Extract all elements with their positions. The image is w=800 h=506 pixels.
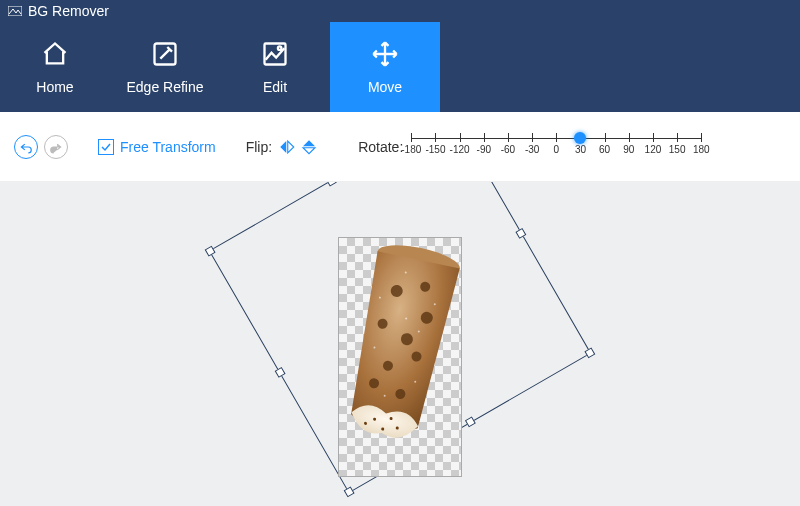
undo-button[interactable] bbox=[14, 135, 38, 159]
canvas[interactable] bbox=[0, 182, 800, 506]
rotate-slider-thumb[interactable] bbox=[574, 132, 586, 144]
resize-handle-nw[interactable] bbox=[205, 246, 216, 257]
checkbox-icon bbox=[98, 139, 114, 155]
tab-home[interactable]: Home bbox=[0, 22, 110, 112]
title-bar: BG Remover bbox=[0, 0, 800, 22]
rotate-tick-label: -150 bbox=[425, 144, 445, 155]
rotate-tick-label: 120 bbox=[645, 144, 662, 155]
nav-bar: Home Edge Refine Edit Move bbox=[0, 22, 800, 112]
tab-move[interactable]: Move bbox=[330, 22, 440, 112]
resize-handle-w[interactable] bbox=[275, 367, 286, 378]
rotate-tick-label: -30 bbox=[525, 144, 539, 155]
rotate-label: Rotate: bbox=[358, 139, 403, 155]
home-icon bbox=[40, 39, 70, 69]
resize-handle-n[interactable] bbox=[326, 182, 337, 187]
rotate-tick-label: -120 bbox=[450, 144, 470, 155]
tab-edge-refine[interactable]: Edge Refine bbox=[110, 22, 220, 112]
flip-vertical-button[interactable] bbox=[300, 138, 318, 156]
app-logo-icon bbox=[8, 6, 22, 16]
tab-label: Home bbox=[36, 79, 73, 95]
rotate-tick-label: -60 bbox=[501, 144, 515, 155]
resize-handle-se[interactable] bbox=[584, 347, 595, 358]
tab-edit[interactable]: Edit bbox=[220, 22, 330, 112]
free-transform-checkbox[interactable]: Free Transform bbox=[98, 139, 216, 155]
tab-label: Edge Refine bbox=[126, 79, 203, 95]
resize-handle-sw[interactable] bbox=[344, 486, 355, 497]
rotate-tick-label: 60 bbox=[599, 144, 610, 155]
free-transform-label: Free Transform bbox=[120, 139, 216, 155]
rotate-tick-label: -90 bbox=[477, 144, 491, 155]
app-title: BG Remover bbox=[28, 3, 109, 19]
move-toolbar: Free Transform Flip: Rotate: -180-150-12… bbox=[0, 112, 800, 182]
rotate-tick-label: 0 bbox=[554, 144, 560, 155]
rotate-slider[interactable]: -180-150-120-90-60-300306090120150180 bbox=[411, 132, 701, 162]
flip-horizontal-button[interactable] bbox=[278, 138, 296, 156]
flip-label: Flip: bbox=[246, 139, 272, 155]
rotate-tick-label: 90 bbox=[623, 144, 634, 155]
resize-handle-e[interactable] bbox=[515, 228, 526, 239]
foreground-image bbox=[339, 238, 463, 478]
rotate-tick-label: 150 bbox=[669, 144, 686, 155]
edge-refine-icon bbox=[150, 39, 180, 69]
rotate-tick-label: -180 bbox=[401, 144, 421, 155]
move-icon bbox=[370, 39, 400, 69]
tab-label: Edit bbox=[263, 79, 287, 95]
edit-icon bbox=[260, 39, 290, 69]
image-frame[interactable] bbox=[338, 237, 462, 477]
svg-rect-2 bbox=[265, 44, 286, 65]
rotate-tick-label: 30 bbox=[575, 144, 586, 155]
redo-button[interactable] bbox=[44, 135, 68, 159]
resize-handle-s[interactable] bbox=[465, 416, 476, 427]
svg-point-3 bbox=[278, 46, 282, 50]
rotate-tick-label: 180 bbox=[693, 144, 710, 155]
tab-label: Move bbox=[368, 79, 402, 95]
